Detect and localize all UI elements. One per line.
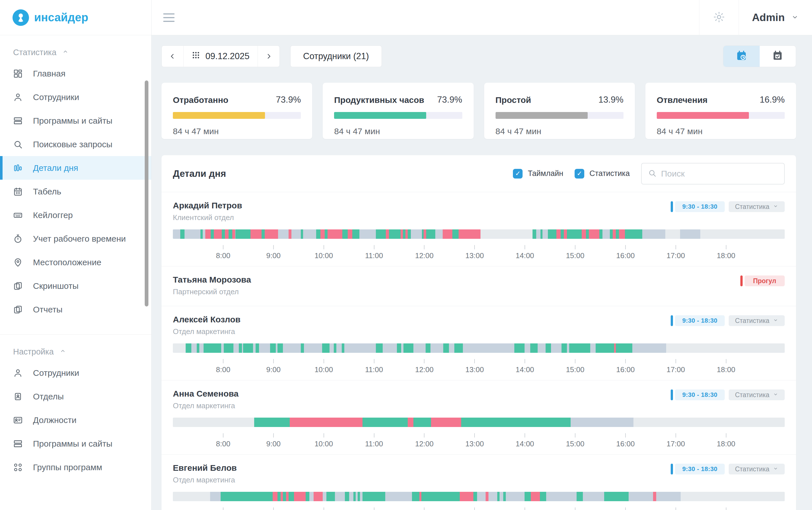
axis-hour-label: 18:00 — [717, 251, 735, 260]
sidebar-item-скриншоты[interactable]: Скриншоты — [0, 274, 151, 298]
axis-tick — [474, 359, 475, 363]
idcard-icon — [13, 415, 23, 425]
employee-row: Аркадий ПетровКлиентский отдел9:30 - 18:… — [162, 192, 796, 266]
axis-tick — [374, 245, 374, 249]
axis-tick — [474, 507, 475, 510]
timeline-segment-productive — [239, 343, 242, 353]
row-statistics-dropdown[interactable]: Статистика — [729, 389, 785, 400]
calendar-dots-icon — [192, 51, 200, 62]
stat-card: Отвлечения16.9%84 ч 47 мин — [645, 83, 796, 139]
checkbox-statistics[interactable]: ✓Статистика — [575, 169, 630, 179]
axis-hour-label: 12:00 — [415, 365, 434, 374]
sidebar-scrollbar[interactable] — [145, 81, 148, 306]
sidebar-item-табель[interactable]: Табель — [0, 180, 151, 203]
axis-hour-label: 10:00 — [315, 440, 333, 448]
sidebar-item-группы-программ[interactable]: Группы программ — [0, 455, 151, 479]
sidebar-item-программы-и-сайты[interactable]: Программы и сайты — [0, 432, 151, 455]
axis-tick — [726, 359, 726, 363]
timeline-segment-productive — [497, 492, 500, 501]
timeline-segment-productive — [342, 343, 344, 353]
schedule-badge-label: 9:30 - 18:30 — [675, 315, 725, 326]
sidebar-item-программы-и-сайты[interactable]: Программы и сайты — [0, 109, 151, 132]
sidebar-item-учет-рабочего-времени[interactable]: Учет рабочего времени — [0, 227, 151, 250]
timeline-segment-productive — [200, 230, 203, 239]
panel-title: Детали дня — [173, 168, 226, 179]
timeline-segment-distraction — [286, 492, 289, 501]
axis-tick — [374, 359, 374, 363]
axis-tick — [675, 433, 676, 438]
axis-tick — [575, 245, 576, 249]
sidebar-item-label: Сотрудники — [33, 368, 79, 378]
axis-tick — [273, 359, 274, 363]
axis-hour-label: 16:00 — [616, 365, 635, 374]
sidebar-nav: СтатистикаГлавнаяСотрудникиПрограммы и с… — [0, 48, 151, 479]
sidebar-item-местоположение[interactable]: Местоположение — [0, 250, 151, 274]
axis-tick — [675, 507, 676, 510]
row-statistics-dropdown[interactable]: Статистика — [729, 315, 785, 326]
axis-hour-label: 14:00 — [516, 440, 534, 448]
settings-button[interactable] — [699, 0, 739, 35]
timeline-track — [173, 343, 785, 353]
timeline-segment-productive — [397, 343, 401, 353]
axis-hour-label: 8:00 — [216, 251, 231, 260]
next-day-button[interactable] — [258, 46, 280, 67]
menu-toggle-icon[interactable] — [163, 13, 175, 22]
checkbox-timeline[interactable]: ✓Таймлайн — [513, 169, 563, 179]
date-picker-button[interactable]: 09.12.2025 — [183, 46, 258, 67]
axis-tick — [525, 507, 525, 510]
timeline-segment-productive — [345, 492, 349, 501]
sidebar-item-сотрудники[interactable]: Сотрудники — [0, 361, 151, 385]
sidebar-item-кейлоггер[interactable]: Кейлоггер — [0, 203, 151, 227]
sidebar-section-label[interactable]: Статистика — [13, 48, 151, 57]
sidebar: инсайдер СтатистикаГлавнаяСотрудникиПрог… — [0, 0, 151, 510]
stat-card-time: 84 ч 47 мин — [657, 126, 785, 136]
timeline-segment-productive — [204, 343, 221, 353]
sidebar-item-label: Программы и сайты — [33, 116, 112, 126]
schedule-badge-bar — [671, 389, 673, 400]
axis-tick — [575, 359, 576, 363]
sidebar-item-label: Отделы — [33, 392, 64, 401]
sidebar-item-отделы[interactable]: Отделы — [0, 385, 151, 408]
checkbox-label: Статистика — [589, 169, 630, 178]
sidebar-item-должности[interactable]: Должности — [0, 408, 151, 432]
axis-hour-label: 15:00 — [566, 365, 584, 374]
timeline-segment-distraction — [290, 418, 362, 427]
timeline-segment-productive — [301, 343, 304, 353]
sidebar-item-поисковые-запросы[interactable]: Поисковые запросы — [0, 132, 151, 156]
view-day-timeline-button[interactable] — [723, 46, 760, 67]
axis-hour-label: 9:00 — [266, 251, 281, 260]
user-menu[interactable]: Admin — [739, 12, 812, 24]
timeline-segment-distraction — [232, 230, 235, 239]
sidebar-item-отчеты[interactable]: Отчеты — [0, 298, 151, 321]
timeline-segment-productive — [278, 492, 281, 501]
timeline-segment-distraction — [314, 492, 323, 501]
view-table-button[interactable] — [760, 46, 796, 67]
axis-hour-label: 12:00 — [415, 251, 434, 260]
sidebar-section-label[interactable]: Настройка — [13, 347, 151, 357]
chevron-down-icon — [773, 203, 779, 211]
calendar-icon — [13, 187, 23, 197]
axis-tick — [424, 245, 425, 249]
row-statistics-dropdown[interactable]: Статистика — [729, 201, 785, 212]
sidebar-item-сотрудники[interactable]: Сотрудники — [0, 85, 151, 109]
prev-day-button[interactable] — [162, 46, 183, 67]
timeline-segment-distraction — [401, 230, 403, 239]
axis-tick — [474, 433, 475, 438]
search-box[interactable] — [641, 163, 785, 184]
timeline-segment-productive — [408, 230, 411, 239]
sidebar-item-главная[interactable]: Главная — [0, 62, 151, 85]
employees-filter-button[interactable]: Сотрудники (21) — [290, 46, 382, 67]
timeline-segment-productive — [460, 343, 463, 353]
axis-tick — [273, 433, 274, 438]
axis-tick — [625, 245, 626, 249]
checkbox-checked-icon: ✓ — [513, 169, 523, 179]
panel-controls: ✓Таймлайн✓Статистика — [513, 163, 785, 184]
timeline-segment-distraction — [443, 230, 452, 239]
timeline-segment-productive — [342, 230, 348, 239]
brand[interactable]: инсайдер — [0, 0, 151, 35]
keyboard-icon — [13, 210, 23, 220]
row-statistics-dropdown[interactable]: Статистика — [729, 464, 785, 475]
date-control: 09.12.2025 — [162, 46, 280, 67]
sidebar-item-детали-дня[interactable]: Детали дня — [0, 156, 151, 180]
search-input[interactable] — [661, 169, 778, 179]
